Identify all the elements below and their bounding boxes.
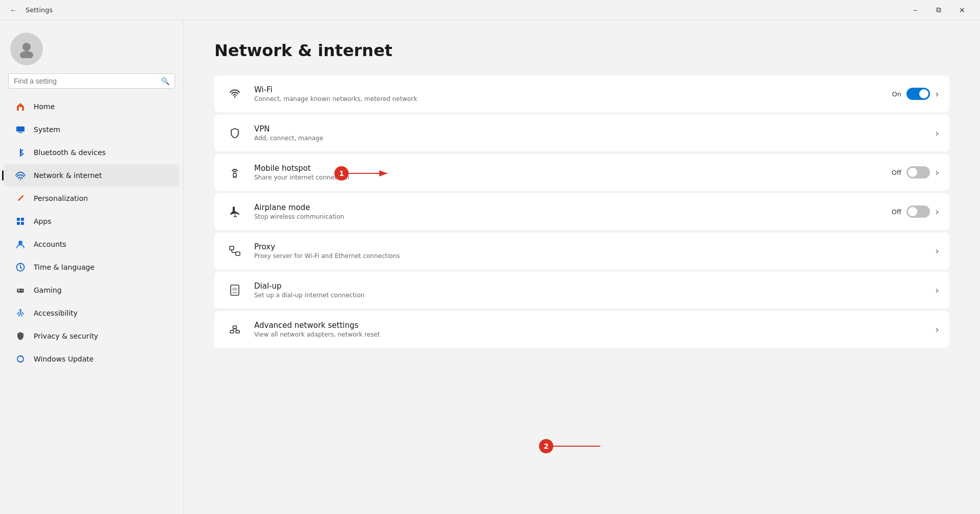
sidebar-item-system[interactable]: System (4, 118, 179, 141)
search-input[interactable] (14, 77, 157, 85)
svg-point-14 (22, 290, 23, 291)
system-icon (14, 123, 27, 136)
wifi-icon (225, 84, 245, 104)
accessibility-icon (14, 307, 27, 319)
setting-item-mobile-hotspot[interactable]: Mobile hotspotShare your internet connec… (214, 154, 949, 191)
network-icon (14, 169, 27, 182)
sidebar-item-label-network: Network & internet (34, 171, 102, 179)
svg-point-1 (20, 51, 33, 58)
setting-right-vpn: › (935, 127, 939, 139)
annotation-2: 2 (539, 439, 602, 454)
gaming-icon (14, 284, 27, 296)
close-button[interactable]: ✕ (950, 2, 974, 18)
setting-text-airplane-mode: Airplane modeStop wireless communication (254, 203, 883, 220)
chevron-proxy: › (935, 245, 939, 257)
toggle-thumb-airplane-mode (908, 207, 917, 216)
setting-name-advanced-network: Advanced network settings (254, 321, 926, 330)
setting-desc-airplane-mode: Stop wireless communication (254, 213, 883, 220)
app-title: Settings (26, 6, 898, 14)
badge-1: 1 (334, 166, 349, 181)
avatar (10, 33, 43, 65)
privacy-icon (14, 330, 27, 342)
svg-point-23 (234, 292, 235, 293)
sidebar-item-label-accessibility: Accessibility (34, 309, 78, 317)
time-icon (14, 261, 27, 273)
setting-item-dialup[interactable]: Dial-upSet up a dial-up internet connect… (214, 272, 949, 309)
setting-item-airplane-mode[interactable]: Airplane modeStop wireless communication… (214, 193, 949, 230)
setting-text-proxy: ProxyProxy server for Wi-Fi and Ethernet… (254, 242, 926, 260)
svg-rect-19 (236, 252, 240, 255)
mobile-hotspot-icon (225, 162, 245, 183)
svg-rect-4 (18, 132, 22, 133)
setting-right-dialup: › (935, 284, 939, 296)
svg-point-5 (20, 178, 21, 179)
svg-point-22 (233, 292, 234, 293)
setting-name-airplane-mode: Airplane mode (254, 203, 883, 212)
annotation-1: 1 (334, 166, 398, 181)
airplane-mode-icon (225, 201, 245, 222)
svg-rect-6 (17, 218, 20, 221)
svg-rect-2 (19, 107, 22, 111)
setting-desc-wifi: Connect, manage known networks, metered … (254, 95, 883, 102)
sidebar-item-bluetooth[interactable]: Bluetooth & devices (4, 141, 179, 164)
sidebar-item-privacy[interactable]: Privacy & security (4, 325, 179, 347)
vpn-icon (225, 123, 245, 143)
main-wrapper: Network & internet Wi-FiConnect, manage … (184, 20, 980, 514)
toggle-mobile-hotspot[interactable] (906, 166, 930, 178)
setting-item-proxy[interactable]: ProxyProxy server for Wi-Fi and Ethernet… (214, 233, 949, 269)
divider-vpn (225, 152, 939, 153)
sidebar-item-network[interactable]: Network & internet (4, 164, 179, 187)
sidebar-item-gaming[interactable]: Gaming (4, 279, 179, 301)
divider-proxy (225, 270, 939, 271)
sidebar-item-label-gaming: Gaming (34, 286, 62, 294)
toggle-wifi[interactable] (906, 88, 930, 100)
sidebar-item-update[interactable]: Windows Update (4, 348, 179, 370)
sidebar-item-accounts[interactable]: Accounts (4, 233, 179, 255)
sidebar-item-label-privacy: Privacy & security (34, 332, 98, 340)
setting-name-dialup: Dial-up (254, 281, 926, 291)
setting-item-vpn[interactable]: VPNAdd, connect, manage› (214, 115, 949, 151)
svg-point-10 (18, 241, 22, 245)
sidebar-item-time[interactable]: Time & language (4, 256, 179, 278)
advanced-network-icon (225, 319, 245, 340)
toggle-thumb-wifi (919, 89, 928, 98)
setting-right-advanced-network: › (935, 323, 939, 336)
titlebar: ← Settings − ⧉ ✕ (0, 0, 980, 20)
setting-name-proxy: Proxy (254, 242, 926, 251)
sidebar-item-home[interactable]: Home (4, 95, 179, 118)
setting-item-advanced-network[interactable]: Advanced network settingsView all networ… (214, 311, 949, 348)
svg-point-13 (21, 290, 22, 291)
sidebar-item-label-time: Time & language (34, 263, 94, 271)
toggle-label-mobile-hotspot: Off (892, 169, 901, 176)
window-controls: − ⧉ ✕ (903, 2, 974, 18)
profile-section (0, 20, 183, 73)
divider-wifi (225, 113, 939, 114)
sidebar-item-label-apps: Apps (34, 217, 52, 225)
accounts-icon (14, 238, 27, 250)
divider-dialup (225, 310, 939, 310)
svg-rect-9 (21, 222, 24, 225)
sidebar-item-apps[interactable]: Apps (4, 210, 179, 233)
sidebar-item-personalization[interactable]: Personalization (4, 187, 179, 210)
svg-rect-17 (233, 173, 236, 177)
minimize-button[interactable]: − (903, 2, 927, 18)
personalization-icon (14, 192, 27, 204)
sidebar-item-accessibility[interactable]: Accessibility (4, 302, 179, 324)
setting-desc-dialup: Set up a dial-up internet connection (254, 292, 926, 299)
back-button[interactable]: ← (6, 3, 20, 17)
divider-airplane-mode (225, 231, 939, 232)
bluetooth-icon (14, 146, 27, 159)
setting-item-wifi[interactable]: Wi-FiConnect, manage known networks, met… (214, 75, 949, 112)
toggle-airplane-mode[interactable] (906, 205, 930, 218)
app-body: 🔍 HomeSystemBluetooth & devicesNetwork &… (0, 20, 980, 514)
sidebar-item-label-bluetooth: Bluetooth & devices (34, 148, 106, 157)
apps-icon (14, 215, 27, 227)
restore-button[interactable]: ⧉ (927, 2, 950, 18)
dialup-icon (225, 280, 245, 300)
update-icon (14, 353, 27, 365)
svg-rect-8 (17, 222, 20, 225)
setting-right-airplane-mode: Off› (892, 205, 939, 218)
sidebar-item-label-update: Windows Update (34, 355, 94, 363)
page-title: Network & internet (214, 41, 949, 60)
search-box[interactable]: 🔍 (8, 73, 175, 89)
